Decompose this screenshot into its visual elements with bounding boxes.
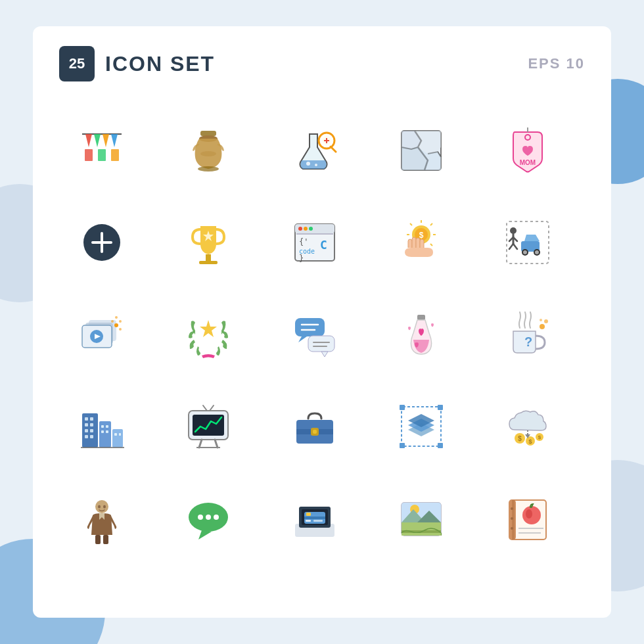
icon-media-stack[interactable] (59, 292, 145, 377)
svg-line-109 (203, 405, 207, 411)
svg-marker-4 (111, 134, 118, 147)
svg-text:}: } (299, 254, 304, 263)
svg-rect-11 (200, 131, 216, 136)
svg-marker-6 (85, 161, 93, 165)
svg-point-85 (540, 324, 545, 329)
svg-rect-117 (438, 405, 443, 410)
svg-rect-79 (308, 336, 334, 352)
icon-speech-bubble[interactable] (166, 476, 251, 561)
eps-label: EPS 10 (528, 55, 585, 72)
svg-rect-102 (106, 430, 108, 433)
svg-point-86 (544, 319, 548, 323)
svg-marker-74 (200, 320, 217, 337)
svg-point-163 (511, 517, 513, 520)
svg-rect-98 (90, 435, 93, 438)
svg-rect-94 (90, 423, 93, 426)
icon-money-hand[interactable]: $ (379, 200, 464, 285)
icon-web-code[interactable]: {' code } C (272, 200, 357, 285)
icon-chat-bubbles[interactable] (272, 292, 357, 377)
svg-rect-99 (101, 425, 104, 428)
svg-rect-143 (306, 520, 311, 522)
icon-pottery-vase[interactable] (166, 108, 251, 193)
svg-rect-114 (313, 430, 317, 434)
svg-rect-5 (85, 149, 93, 161)
icon-layers-select[interactable] (379, 384, 464, 469)
svg-rect-29 (206, 254, 211, 261)
icon-recipe-book[interactable] (485, 476, 570, 561)
icon-toolbox[interactable] (272, 384, 357, 469)
svg-marker-80 (321, 352, 328, 357)
svg-line-63 (513, 244, 517, 249)
svg-text:$: $ (538, 434, 541, 440)
svg-rect-142 (304, 517, 325, 519)
svg-text:C: C (320, 238, 327, 252)
header: 25 ICON SET EPS 10 (59, 46, 585, 81)
svg-point-72 (115, 316, 118, 319)
svg-point-35 (298, 227, 302, 231)
svg-point-136 (206, 515, 211, 520)
svg-rect-118 (400, 443, 405, 448)
badge-number: 25 (59, 46, 95, 81)
svg-rect-119 (438, 443, 443, 448)
svg-marker-76 (298, 336, 307, 342)
svg-line-46 (430, 223, 432, 225)
svg-rect-75 (295, 318, 325, 336)
svg-marker-3 (103, 134, 109, 147)
icon-coffee-question[interactable]: ? (485, 292, 570, 377)
svg-rect-97 (85, 435, 88, 438)
svg-rect-89 (99, 421, 111, 448)
svg-line-62 (509, 244, 513, 249)
svg-line-49 (410, 223, 412, 225)
svg-point-36 (304, 227, 308, 231)
svg-point-15 (306, 162, 310, 166)
svg-point-71 (111, 320, 114, 323)
svg-rect-104 (119, 433, 121, 436)
svg-marker-10 (111, 161, 119, 165)
icon-landscape-photo[interactable] (379, 476, 464, 561)
main-card: 25 ICON SET EPS 10 (33, 26, 611, 618)
svg-point-159 (526, 509, 532, 518)
svg-rect-91 (85, 417, 88, 421)
svg-point-87 (540, 319, 542, 321)
svg-point-70 (119, 320, 122, 323)
icon-person-standing[interactable] (59, 476, 145, 561)
svg-rect-131 (95, 535, 101, 544)
svg-rect-9 (111, 149, 119, 161)
icon-trophy[interactable] (166, 200, 251, 285)
svg-marker-1 (85, 134, 92, 147)
icon-buildings[interactable] (59, 384, 145, 469)
svg-marker-134 (198, 530, 212, 540)
svg-rect-96 (90, 429, 93, 432)
svg-rect-100 (106, 425, 108, 428)
icon-mom-tag[interactable]: MOM (485, 108, 570, 193)
svg-rect-34 (296, 233, 333, 235)
svg-rect-116 (400, 405, 405, 410)
header-left: 25 ICON SET (59, 46, 215, 81)
svg-rect-144 (313, 520, 323, 522)
icon-chemistry-flask[interactable] (272, 108, 357, 193)
icon-bunting-flags[interactable] (59, 108, 145, 193)
icon-add-circle[interactable] (59, 200, 145, 285)
icon-cloud-money[interactable]: $ $ $ (485, 384, 570, 469)
svg-marker-8 (98, 161, 106, 165)
svg-rect-92 (90, 417, 93, 421)
svg-line-110 (210, 405, 214, 411)
svg-point-137 (214, 515, 219, 520)
svg-point-135 (198, 515, 203, 520)
icon-credit-card[interactable] (272, 476, 357, 561)
svg-rect-103 (114, 433, 117, 436)
svg-rect-145 (306, 513, 311, 516)
svg-rect-90 (112, 429, 123, 448)
icon-star-wreath[interactable] (166, 292, 251, 377)
svg-rect-93 (85, 423, 88, 426)
icon-broken-image[interactable] (379, 108, 464, 193)
icon-tv-screen[interactable] (166, 384, 251, 469)
svg-text:$: $ (528, 438, 532, 445)
svg-point-69 (114, 323, 118, 327)
svg-point-55 (523, 250, 527, 254)
icon-car-accident[interactable] (485, 200, 570, 285)
svg-line-18 (331, 147, 336, 152)
svg-rect-7 (98, 149, 106, 161)
svg-point-37 (309, 227, 313, 231)
icon-love-potion[interactable] (379, 292, 464, 377)
